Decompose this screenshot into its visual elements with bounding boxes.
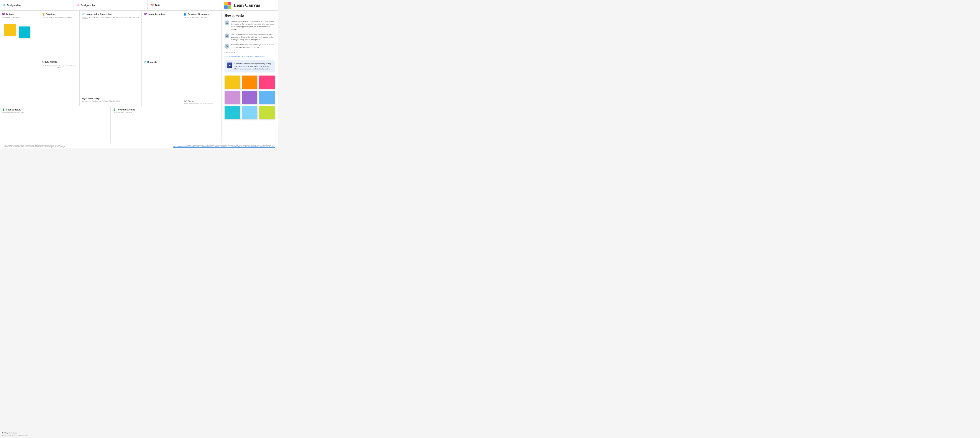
app-header: Lean Canvas <box>221 0 278 10</box>
cost-title: Cost Structure <box>6 108 21 111</box>
stash-blue <box>259 91 275 104</box>
footer-right: This work is licensed under the Creative… <box>173 144 275 147</box>
right-sidebar: How it works 1 Start by entering the inf… <box>221 11 278 143</box>
step-3: 3 Come back to the canvas everytime you … <box>224 44 275 49</box>
channels-icon <box>144 61 146 64</box>
designed-by-header: ✿ Designed by: <box>74 0 148 10</box>
high-level-concept-title: High-Level Concept <box>82 97 139 100</box>
sticky-yellow <box>4 24 16 36</box>
key-metrics-cell: Key Metrics List the key numbers that te… <box>40 58 80 106</box>
designed-for-label: Designed for: <box>7 4 22 6</box>
step-2-text: Use the sticky stash to fill each sectio… <box>231 33 275 41</box>
solution-cell: 🏆 Solution Outline a possible solution f… <box>40 11 80 58</box>
cost-icon: 💲 <box>2 108 5 111</box>
channels-title: Channels <box>147 61 157 64</box>
early-adopters-sub: List the characteristics of your ideal c… <box>183 102 213 104</box>
stash-pink <box>259 75 275 89</box>
designed-by-label: Designed by: <box>81 4 95 6</box>
key-metrics-subtitle: List the key numbers that tell you how y… <box>42 65 78 68</box>
calendar-icon: 📅 <box>151 4 154 7</box>
step-1-number: 1 <box>224 21 229 25</box>
revenue-icon: 💲 <box>113 108 116 111</box>
customer-cell: 👥 Customer Segments List your target cus… <box>181 11 221 106</box>
footer-right-line1: This work is licensed under the Creative… <box>173 144 275 146</box>
problem-title: Problem <box>6 13 14 16</box>
designed-for-header: ❄ Designed for: <box>0 0 74 10</box>
step-1: 1 Start by entering the information abou… <box>224 20 275 30</box>
stash-purple-light <box>224 91 240 104</box>
footer-left: "Lean Canvas" is a derivative of "Lean C… <box>3 144 65 147</box>
unfair-advantage-icon: 💜 <box>144 13 147 16</box>
cost-subtitle: List your fixed and variable costs. <box>2 112 108 113</box>
step-1-text: Start by entering the information about … <box>231 20 275 30</box>
solution-title: Solution <box>46 13 55 15</box>
learn-more-text: Learn more at <box>224 51 275 53</box>
stash-light-blue <box>242 106 258 119</box>
snowflake-icon: ❄ <box>3 3 6 7</box>
collab-icon: ▶ <box>227 62 232 68</box>
flower-icon: ✿ <box>77 3 80 7</box>
step-2: 2 Use the sticky stash to fill each sect… <box>224 33 275 41</box>
stash-orange <box>242 75 258 89</box>
customer-subtitle: List your target customer and users. <box>183 16 219 18</box>
collab-text: Get the full Conceptboard experience by … <box>234 62 272 70</box>
stash-teal <box>224 106 240 119</box>
cost-structure-cell: 💲 Cost Structure List your fixed and var… <box>0 106 111 143</box>
date-header: 📅 Date: <box>148 0 221 10</box>
svg-marker-2 <box>42 61 44 63</box>
how-it-works-title: How it works <box>224 14 275 18</box>
stash-green <box>259 106 275 119</box>
revenue-streams-cell: 💲 Revenue Streams List your sources of r… <box>111 106 221 143</box>
solution-metrics-col: 🏆 Solution Outline a possible solution f… <box>40 11 80 106</box>
learn-more: Learn more at https://conceptboard.com/b… <box>224 51 275 58</box>
customer-icon: 👥 <box>183 13 186 16</box>
key-metrics-icon <box>42 61 45 64</box>
learn-more-link[interactable]: https://conceptboard.com/blog/lean-canva… <box>224 55 265 57</box>
unfair-channels-col: 💜 Unfair Advantage Channels <box>142 11 181 106</box>
svg-point-4 <box>145 61 146 62</box>
step-3-text: Come back to the canvas everytime you ne… <box>231 44 275 49</box>
solution-subtitle: Outline a possible solution for each pro… <box>42 16 78 18</box>
step-2-number: 2 <box>224 33 229 38</box>
sticky-stash <box>224 75 275 119</box>
canvas-area: Problem List your top 1 - 3 problems. Ex… <box>0 11 221 143</box>
uvp-title: Unique Value Proposition <box>86 13 112 15</box>
stash-purple <box>242 91 258 104</box>
footer: "Lean Canvas" is a derivative of "Lean C… <box>0 143 278 148</box>
collab-box: ▶ Get the full Conceptboard experience b… <box>224 61 275 73</box>
uvp-cell: 💎 Unique Value Proposition Single, clear… <box>80 11 142 106</box>
high-level-concept-subtitle: List your X for Y analogy e.g. YouTube =… <box>82 100 139 102</box>
problem-subtitle: List your top 1 - 3 problems. <box>2 17 38 18</box>
solution-icon: 🏆 <box>42 13 45 16</box>
svg-point-3 <box>144 61 146 63</box>
app-title: Lean Canvas <box>234 2 260 8</box>
problem-icon <box>2 13 5 16</box>
footer-left-line2: "Lean Canvas" is adapted from "The Busin… <box>3 146 65 147</box>
sticky-cyan <box>19 27 30 38</box>
unfair-advantage-title: Unfair Advantage <box>148 13 165 15</box>
early-adopters-label: Early Adopters <box>183 100 213 102</box>
date-label: Date: <box>155 4 161 6</box>
problem-cell: Problem List your top 1 - 3 problems. Ex… <box>0 11 40 106</box>
uvp-subtitle: Single, clear, compelling message that s… <box>82 16 139 19</box>
footer-left-line1: "Lean Canvas" is a derivative of "Lean C… <box>3 144 65 146</box>
uvp-icon: 💎 <box>82 13 85 16</box>
customer-title: Customer Segments <box>188 13 208 15</box>
revenue-subtitle: List your sources of revenue. <box>113 112 219 113</box>
key-metrics-title: Key Metrics <box>45 61 57 63</box>
channels-cell: Channels <box>142 58 181 106</box>
stash-yellow <box>224 75 240 89</box>
app-logo <box>224 2 231 9</box>
step-3-number: 3 <box>224 44 229 49</box>
unfair-advantage-cell: 💜 Unfair Advantage <box>142 11 181 58</box>
footer-cc-link[interactable]: http://creativecommons.org/licenses/by-.… <box>173 146 275 147</box>
svg-point-1 <box>3 13 4 15</box>
revenue-title: Revenue Streams <box>117 108 135 111</box>
bottom-row: 💲 Cost Structure List your fixed and var… <box>0 106 221 143</box>
